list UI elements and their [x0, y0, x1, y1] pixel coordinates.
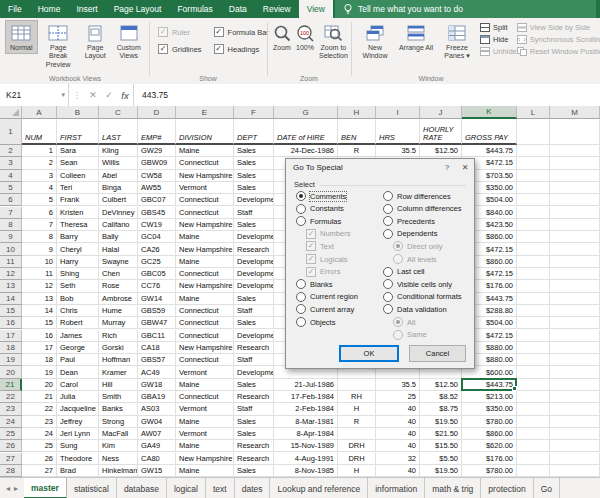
cell-A2[interactable]: 1	[22, 145, 57, 157]
cell-E20[interactable]: Vermont	[176, 366, 234, 378]
column-header-M[interactable]: M	[550, 106, 600, 119]
cell-C25[interactable]: MacFall	[99, 428, 138, 440]
cell-C6[interactable]: Culbert	[99, 194, 138, 206]
cell-A13[interactable]: 12	[22, 280, 57, 292]
cell-D28[interactable]: GW15	[138, 465, 176, 477]
sheet-tab-dates[interactable]: dates	[235, 478, 271, 498]
cell-L2[interactable]	[517, 145, 550, 157]
cell-L22[interactable]	[517, 391, 550, 403]
cell-C24[interactable]: Strong	[99, 416, 138, 428]
option-blanks[interactable]: Blanks	[296, 279, 333, 289]
column-header-L[interactable]: L	[517, 106, 550, 119]
row-header-9[interactable]: 9	[0, 231, 22, 243]
row-header-19[interactable]: 19	[0, 354, 22, 366]
cell-F20[interactable]: Development	[234, 366, 274, 378]
row-header-20[interactable]: 20	[0, 366, 22, 378]
formula-input[interactable]: 443.75	[133, 84, 600, 106]
headings-checkbox[interactable]: ✓Headings	[214, 44, 269, 54]
cell-D25[interactable]: AW07	[138, 428, 176, 440]
cell-A26[interactable]: 25	[22, 440, 57, 452]
cell-L20[interactable]	[517, 366, 550, 378]
cell-F17[interactable]: Development	[234, 330, 274, 342]
cell-E23[interactable]: Vermont	[176, 403, 234, 415]
row-header-14[interactable]: 14	[0, 293, 22, 305]
cell-M21[interactable]	[550, 379, 600, 391]
cell-B15[interactable]: Chris	[57, 305, 99, 317]
page-layout-button[interactable]: Page Layout	[79, 20, 112, 63]
page-break-preview-button[interactable]: Page Break Preview	[39, 20, 78, 71]
cell-F25[interactable]: Sales	[234, 428, 274, 440]
cell-E22[interactable]: Connecticut	[176, 391, 234, 403]
cell-M23[interactable]	[550, 403, 600, 415]
cell-M19[interactable]	[550, 354, 600, 366]
cell-F18[interactable]: Research	[234, 342, 274, 354]
cell-D3[interactable]: GBW09	[138, 157, 176, 169]
new-window-button[interactable]: New Window	[355, 20, 395, 63]
cell-E21[interactable]: Maine	[176, 379, 234, 391]
cell-B3[interactable]: Sean	[57, 157, 99, 169]
cell-B23[interactable]: Jacqueline	[57, 403, 99, 415]
cell-K24[interactable]: $780.00	[462, 416, 517, 428]
column-header-G[interactable]: G	[274, 106, 338, 119]
cell-B1[interactable]: FIRST	[57, 119, 99, 145]
cell-E13[interactable]: New Hampshire	[176, 280, 234, 292]
dialog-close-button[interactable]: ✕	[456, 163, 474, 172]
cell-A27[interactable]: 26	[22, 453, 57, 465]
cell-D18[interactable]: CA18	[138, 342, 176, 354]
cell-A18[interactable]: 17	[22, 342, 57, 354]
cell-K2[interactable]: $443.75	[462, 145, 517, 157]
cell-C19[interactable]: Hoffman	[99, 354, 138, 366]
option-row-differences[interactable]: Row differences	[383, 191, 451, 201]
cell-L14[interactable]	[517, 293, 550, 305]
cell-F11[interactable]: Development	[234, 256, 274, 268]
row-header-12[interactable]: 12	[0, 268, 22, 280]
cell-F12[interactable]: Development	[234, 268, 274, 280]
cell-M26[interactable]	[550, 440, 600, 452]
zoom-button[interactable]: Zoom	[271, 20, 293, 54]
cell-F5[interactable]: Sales	[234, 182, 274, 194]
cell-D24[interactable]: GW04	[138, 416, 176, 428]
cell-E17[interactable]: Connecticut	[176, 330, 234, 342]
cell-E24[interactable]: Maine	[176, 416, 234, 428]
cell-F6[interactable]: Development	[234, 194, 274, 206]
cell-E2[interactable]: Maine	[176, 145, 234, 157]
sheet-tab-protection[interactable]: protection	[481, 478, 533, 498]
cell-C27[interactable]: Ness	[99, 453, 138, 465]
row-header-11[interactable]: 11	[0, 256, 22, 268]
cell-B25[interactable]: Jeri Lynn	[57, 428, 99, 440]
cell-A25[interactable]: 24	[22, 428, 57, 440]
row-header-21[interactable]: 21	[0, 379, 22, 391]
cell-B24[interactable]: Jeffrey	[57, 416, 99, 428]
cell-J28[interactable]: $19.50	[420, 465, 462, 477]
cell-E10[interactable]: New Hampshire	[176, 243, 234, 255]
cell-E7[interactable]: Connecticut	[176, 207, 234, 219]
cell-B9[interactable]: Barry	[57, 231, 99, 243]
row-header-8[interactable]: 8	[0, 219, 22, 231]
cell-A19[interactable]: 18	[22, 354, 57, 366]
cancel-button[interactable]: Cancel	[409, 345, 466, 362]
cell-D21[interactable]: GW18	[138, 379, 176, 391]
cell-D7[interactable]: GBS45	[138, 207, 176, 219]
cell-M25[interactable]	[550, 428, 600, 440]
cell-L27[interactable]	[517, 453, 550, 465]
cell-A12[interactable]: 11	[22, 268, 57, 280]
cell-E18[interactable]: New Hampshire	[176, 342, 234, 354]
cell-M24[interactable]	[550, 416, 600, 428]
ok-button[interactable]: OK	[339, 345, 399, 362]
cell-F14[interactable]: Sales	[234, 293, 274, 305]
row-header-5[interactable]: 5	[0, 182, 22, 194]
cell-M17[interactable]	[550, 330, 600, 342]
cell-D23[interactable]: AS03	[138, 403, 176, 415]
cell-M8[interactable]	[550, 219, 600, 231]
cell-D16[interactable]: GBW47	[138, 317, 176, 329]
insert-function-icon[interactable]: fx	[117, 84, 133, 106]
option-column-differences[interactable]: Column differences	[383, 204, 461, 214]
fill-handle[interactable]	[512, 386, 517, 391]
cell-L17[interactable]	[517, 330, 550, 342]
cell-F8[interactable]: Sales	[234, 219, 274, 231]
cell-L28[interactable]	[517, 465, 550, 477]
arrange-all-button[interactable]: Arrange All	[396, 20, 436, 54]
cell-D8[interactable]: CW19	[138, 219, 176, 231]
cell-B27[interactable]: Theodore	[57, 453, 99, 465]
cell-I2[interactable]: 35.5	[376, 145, 420, 157]
